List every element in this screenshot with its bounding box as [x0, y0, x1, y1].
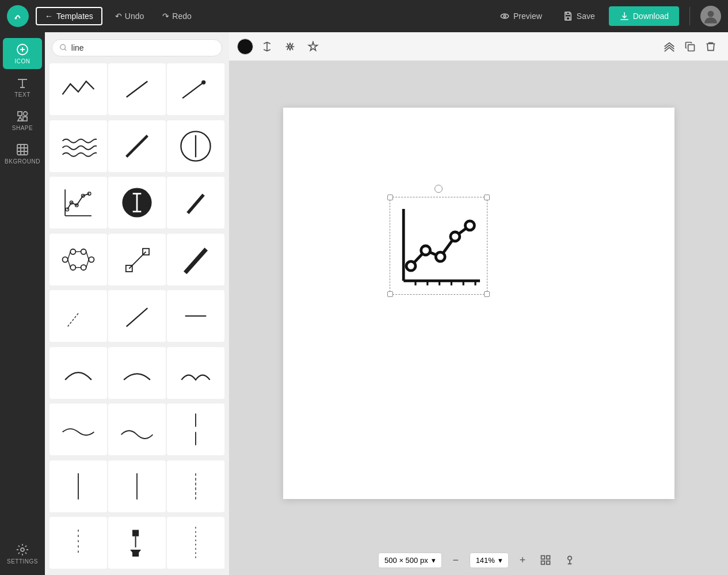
redo-label: Redo	[172, 12, 191, 21]
list-item[interactable]	[108, 177, 166, 229]
layers-button[interactable]	[660, 37, 679, 56]
undo-icon: ↶	[115, 12, 122, 21]
rotate-handle[interactable]	[434, 185, 443, 193]
svg-line-15	[182, 82, 204, 98]
list-item[interactable]	[167, 120, 224, 172]
list-item[interactable]	[108, 63, 166, 115]
list-item[interactable]	[49, 234, 107, 285]
save-button[interactable]: Save	[556, 7, 602, 25]
svg-line-14	[127, 81, 148, 97]
flip-vertical-button[interactable]	[281, 37, 299, 56]
svg-point-36	[81, 265, 86, 270]
list-item[interactable]	[167, 403, 224, 455]
svg-rect-5	[566, 12, 570, 14]
templates-button[interactable]: ← Templates	[36, 7, 102, 25]
grid-button[interactable]	[536, 551, 555, 569]
list-item[interactable]	[108, 290, 166, 342]
duplicate-button[interactable]	[681, 37, 699, 56]
svg-rect-77	[541, 561, 544, 565]
sidebar-item-shape[interactable]: SHAPE	[3, 105, 42, 136]
list-item[interactable]	[167, 517, 224, 569]
svg-point-34	[70, 265, 75, 270]
svg-rect-8	[18, 112, 22, 116]
svg-line-47	[185, 249, 207, 272]
list-item[interactable]	[49, 177, 107, 229]
svg-rect-76	[547, 556, 550, 559]
color-picker[interactable]	[237, 39, 253, 55]
size-selector[interactable]: 500 × 500 px ▾	[378, 553, 442, 568]
icon-grid	[45, 61, 229, 575]
user-avatar[interactable]	[700, 6, 721, 26]
list-item[interactable]	[49, 120, 107, 172]
align-button[interactable]	[561, 551, 579, 569]
list-item[interactable]	[49, 347, 107, 399]
icon-tool-icon	[16, 43, 29, 56]
list-item[interactable]	[167, 290, 224, 342]
list-item[interactable]	[108, 460, 166, 512]
back-icon: ←	[45, 12, 53, 21]
handle-br[interactable]	[484, 291, 490, 297]
sidebar-item-icon[interactable]: ICON	[3, 38, 42, 69]
delete-button[interactable]	[702, 37, 720, 56]
handle-tr[interactable]	[484, 195, 490, 200]
svg-point-37	[89, 257, 94, 262]
list-item[interactable]	[108, 234, 166, 285]
list-item[interactable]	[167, 234, 224, 285]
list-item[interactable]	[108, 403, 166, 455]
sidebar-item-settings[interactable]: SETTINGS	[3, 538, 42, 569]
list-item[interactable]	[49, 460, 107, 512]
svg-point-3	[504, 15, 506, 17]
zoom-in-button[interactable]: +	[514, 552, 531, 568]
zoom-chevron-icon: ▾	[498, 556, 502, 565]
redo-button[interactable]: ↷ Redo	[157, 8, 197, 24]
templates-label: Templates	[56, 12, 93, 21]
svg-line-42	[86, 252, 89, 260]
undo-button[interactable]: ↶ Undo	[109, 8, 150, 24]
preview-button[interactable]: Preview	[493, 7, 549, 25]
list-item[interactable]	[108, 120, 166, 172]
svg-rect-61	[688, 44, 695, 51]
sidebar-item-bkground-label: BKGROUND	[5, 158, 40, 165]
svg-point-73	[450, 232, 459, 241]
list-item[interactable]	[167, 177, 224, 229]
list-item[interactable]	[167, 347, 224, 399]
list-item[interactable]	[49, 63, 107, 115]
download-label: Download	[633, 12, 669, 21]
canvas-scroll[interactable]	[229, 61, 728, 545]
save-icon	[563, 11, 573, 21]
eye-icon	[500, 11, 510, 21]
zoom-level-label: 141%	[476, 556, 495, 565]
list-item[interactable]	[49, 290, 107, 342]
flip-horizontal-button[interactable]	[258, 37, 276, 56]
svg-line-38	[68, 252, 71, 260]
zoom-out-button[interactable]: −	[448, 552, 464, 568]
logo[interactable]	[7, 5, 29, 27]
svg-rect-59	[132, 551, 139, 557]
list-item[interactable]	[167, 63, 224, 115]
bkground-tool-icon	[16, 143, 29, 157]
topbar: ← Templates ↶ Undo ↷ Redo Preview Save D…	[0, 0, 728, 32]
list-item[interactable]	[108, 347, 166, 399]
sidebar-item-bkground[interactable]: BKGROUND	[3, 138, 42, 169]
list-item[interactable]	[49, 403, 107, 455]
svg-line-39	[68, 260, 71, 268]
svg-line-31	[188, 195, 203, 213]
svg-point-12	[21, 548, 24, 551]
chevron-down-icon: ▾	[432, 556, 436, 565]
svg-point-9	[24, 112, 28, 116]
list-item[interactable]	[49, 517, 107, 569]
sidebar-item-text[interactable]: TEXT	[3, 71, 42, 102]
download-button[interactable]: Download	[609, 6, 679, 26]
list-item[interactable]	[167, 460, 224, 512]
canvas-page[interactable]	[283, 108, 674, 499]
svg-point-16	[201, 80, 205, 84]
toolbar-right	[660, 37, 720, 56]
list-item[interactable]	[108, 517, 166, 569]
secondary-toolbar	[229, 32, 728, 61]
icon-panel	[45, 32, 229, 575]
search-input[interactable]	[71, 43, 215, 52]
canvas-selected-icon[interactable]	[392, 200, 485, 292]
undo-label: Undo	[125, 12, 144, 21]
zoom-display: 141% ▾	[470, 553, 509, 568]
effects-button[interactable]	[304, 37, 322, 56]
